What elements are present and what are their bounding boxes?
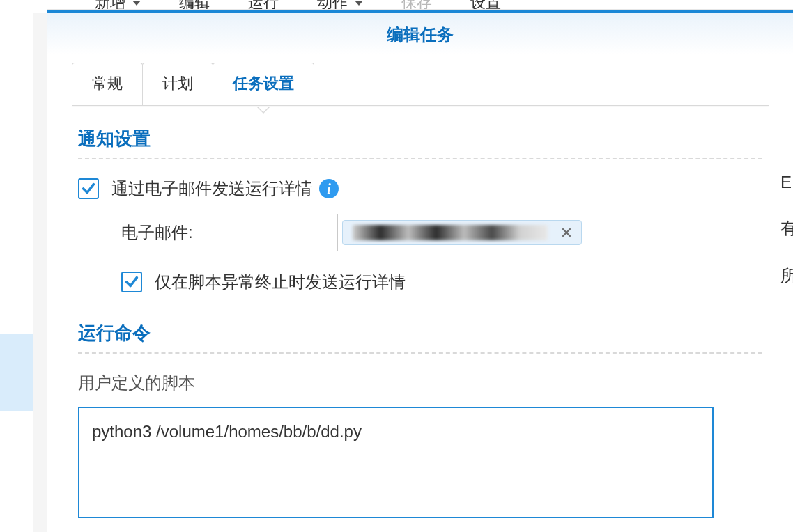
edit-task-modal: 编辑任务 常规 计划 任务设置 通知设置 通过电子邮件发送运行详情 i 电子邮件… [47,10,793,532]
caret-down-icon [355,1,363,6]
caret-down-icon [132,1,141,6]
divider [78,352,762,354]
modal-title: 编辑任务 [47,13,793,49]
left-panel-selection [0,334,33,411]
label-email: 电子邮件: [121,221,337,244]
tab-general[interactable]: 常规 [72,63,143,105]
user-script-textarea[interactable] [78,407,714,518]
modal-content: 通知设置 通过电子邮件发送运行详情 i 电子邮件: [47,106,793,521]
chip-remove-icon[interactable] [559,225,574,240]
checkbox-send-email[interactable] [78,178,99,199]
row-send-email: 通过电子邮件发送运行详情 i [78,178,762,200]
checkbox-only-on-error[interactable] [121,272,142,292]
tab-task-settings[interactable]: 任务设置 [213,63,314,105]
tab-schedule[interactable]: 计划 [142,63,213,105]
row-only-on-error: 仅在脚本异常终止时发送运行详情 [121,271,762,293]
section-title-run-command: 运行命令 [78,321,762,345]
modal-tabs: 常规 计划 任务设置 [72,63,793,105]
section-title-notification: 通知设置 [78,127,762,151]
left-panel-top [0,13,33,334]
label-user-script: 用户定义的脚本 [78,372,762,394]
email-chip-value [353,225,548,240]
info-icon[interactable]: i [319,179,339,198]
label-only-on-error: 仅在脚本异常终止时发送运行详情 [155,271,406,293]
email-chip [342,220,582,245]
left-panel-bottom [0,411,33,532]
label-send-email: 通过电子邮件发送运行详情 [111,178,312,200]
email-field[interactable] [337,214,762,251]
divider [78,158,762,159]
row-email-input: 电子邮件: [121,214,762,251]
